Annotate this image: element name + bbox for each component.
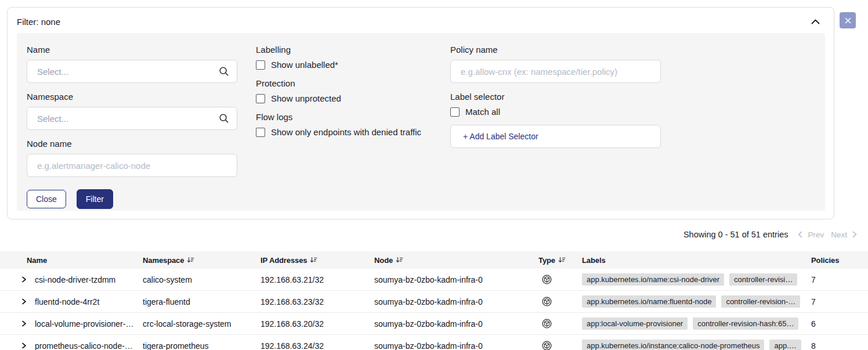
denied-traffic-label: Show only endpoints with denied traffic: [271, 127, 421, 137]
next-page-link[interactable]: Next: [827, 230, 851, 239]
sort-icon[interactable]: [396, 257, 403, 264]
add-label-selector-button[interactable]: + Add Label Selector: [450, 125, 661, 148]
endpoint-ip-addresses: 192.168.63.23/32: [261, 297, 374, 306]
table-row[interactable]: csi-node-driver-tzdmm calico-system 192.…: [0, 269, 868, 291]
chevron-right-icon[interactable]: [851, 230, 859, 239]
sort-icon[interactable]: [558, 257, 566, 264]
show-unprotected-checkbox[interactable]: [256, 94, 265, 103]
endpoint-namespace: tigera-fluentd: [143, 297, 261, 306]
filter-panel: Filter: none Name Namespace: [7, 7, 834, 219]
name-field-label: Name: [27, 45, 237, 55]
label-chip: controller-revision-hash:65…: [693, 317, 798, 330]
flow-logs-section-label: Flow logs: [256, 112, 432, 122]
endpoint-name: csi-node-driver-tzdmm: [26, 275, 143, 284]
endpoints-table: Name Namespace IP Addresses Node Type: [0, 251, 868, 350]
endpoint-policies-count: 6: [805, 319, 868, 329]
search-icon: [219, 66, 229, 77]
close-button[interactable]: Close: [27, 190, 66, 208]
dismiss-filter-button[interactable]: [840, 12, 856, 28]
endpoint-policies-count: 7: [805, 297, 868, 306]
policy-name-box: [450, 60, 661, 83]
filter-panel-header: Filter: none: [8, 8, 834, 27]
labelling-section-label: Labelling: [256, 45, 432, 55]
table-row[interactable]: prometheus-calico-node-… tigera-promethe…: [0, 335, 868, 350]
endpoint-labels: app.kubernetes.io/name:fluentd-nodecontr…: [582, 295, 805, 308]
endpoint-labels: app.kubernetes.io/instance:calico-node-p…: [582, 340, 805, 350]
sort-icon[interactable]: [187, 257, 194, 264]
endpoint-ip-addresses: 192.168.63.24/32: [261, 341, 374, 350]
name-select-input[interactable]: [37, 67, 214, 77]
collapse-panel-button[interactable]: [810, 18, 821, 26]
filter-panel-title: Filter: none: [17, 17, 60, 27]
table-row[interactable]: local-volume-provisioner-… crc-local-sto…: [0, 313, 868, 335]
chevron-up-icon: [811, 17, 820, 26]
endpoint-policies-count: 7: [805, 275, 868, 284]
endpoint-ip-addresses: 192.168.63.20/32: [261, 319, 374, 329]
label-chip: controller-revisi…: [729, 273, 797, 286]
match-all-label: Match all: [465, 107, 500, 117]
filter-form: Name Namespace Node name Close Filter: [17, 33, 825, 211]
table-header-row: Name Namespace IP Addresses Node Type: [0, 251, 868, 269]
endpoint-name: prometheus-calico-node-…: [26, 341, 143, 350]
policy-name-input[interactable]: [461, 67, 653, 77]
label-chip: app:local-volume-provisioner: [582, 317, 688, 330]
node-name-input[interactable]: [37, 161, 229, 171]
endpoint-namespace: tigera-prometheus: [143, 341, 261, 350]
label-chip: controller-revision-…: [721, 295, 800, 308]
node-name-box: [27, 154, 237, 177]
endpoint-ip-addresses: 192.168.63.21/32: [261, 275, 374, 284]
endpoint-name: fluentd-node-4rr2t: [26, 297, 143, 306]
pod-icon: [541, 318, 552, 329]
endpoint-node: soumya-bz-0zbo-kadm-infra-0: [374, 319, 538, 329]
sort-icon[interactable]: [310, 257, 317, 264]
namespace-select-input[interactable]: [37, 114, 214, 124]
endpoint-namespace: calico-system: [143, 275, 261, 284]
table-row[interactable]: fluentd-node-4rr2t tigera-fluentd 192.16…: [0, 291, 868, 313]
endpoint-namespace: crc-local-storage-system: [143, 319, 261, 329]
pod-icon: [541, 274, 552, 285]
filter-button[interactable]: Filter: [77, 189, 113, 209]
endpoint-labels: app:local-volume-provisionercontroller-r…: [582, 317, 805, 330]
show-unprotected-label: Show unprotected: [271, 93, 341, 103]
endpoint-name: local-volume-provisioner-…: [26, 319, 143, 329]
namespace-select-box: [27, 107, 237, 130]
column-header-namespace[interactable]: Namespace: [143, 256, 261, 265]
endpoint-node: soumya-bz-0zbo-kadm-infra-0: [374, 275, 538, 284]
pod-icon: [541, 296, 552, 307]
name-select-box: [27, 60, 237, 83]
pagination: Showing 0 - 51 of 51 entries Prev Next: [683, 230, 859, 239]
label-chip: app.kubernetes.io/name:csi-node-driver: [582, 273, 724, 286]
policy-name-field-label: Policy name: [450, 45, 661, 55]
show-unlabelled-checkbox[interactable]: [256, 60, 265, 70]
label-selector-section-label: Label selector: [450, 92, 661, 102]
endpoint-node: soumya-bz-0zbo-kadm-infra-0: [374, 341, 538, 350]
column-header-ip-addresses[interactable]: IP Addresses: [261, 256, 374, 265]
entries-summary: Showing 0 - 51 of 51 entries: [683, 230, 789, 239]
label-chip: app.kubernetes.io/name:fluentd-node: [582, 295, 716, 308]
search-icon: [219, 113, 229, 124]
node-name-field-label: Node name: [27, 139, 237, 149]
label-chip: app.…: [769, 340, 801, 350]
endpoint-node: soumya-bz-0zbo-kadm-infra-0: [374, 297, 538, 306]
endpoint-labels: app.kubernetes.io/name:csi-node-driverco…: [582, 273, 805, 286]
column-header-node[interactable]: Node: [374, 256, 538, 265]
close-icon: [845, 17, 851, 26]
column-header-name[interactable]: Name: [26, 256, 143, 265]
protection-section-label: Protection: [256, 78, 432, 88]
pod-icon: [541, 340, 552, 350]
column-header-labels: Labels: [582, 256, 805, 265]
show-unlabelled-label: Show unlabelled*: [271, 60, 338, 70]
column-header-type[interactable]: Type: [538, 256, 582, 265]
namespace-field-label: Namespace: [27, 92, 237, 102]
prev-page-link[interactable]: Prev: [804, 230, 827, 239]
endpoint-policies-count: 8: [805, 341, 868, 350]
match-all-checkbox[interactable]: [450, 107, 460, 117]
denied-traffic-checkbox[interactable]: [256, 128, 265, 137]
chevron-left-icon[interactable]: [796, 230, 804, 239]
label-chip: app.kubernetes.io/instance:calico-node-p…: [582, 340, 764, 350]
column-header-policies: Policies: [805, 256, 868, 265]
